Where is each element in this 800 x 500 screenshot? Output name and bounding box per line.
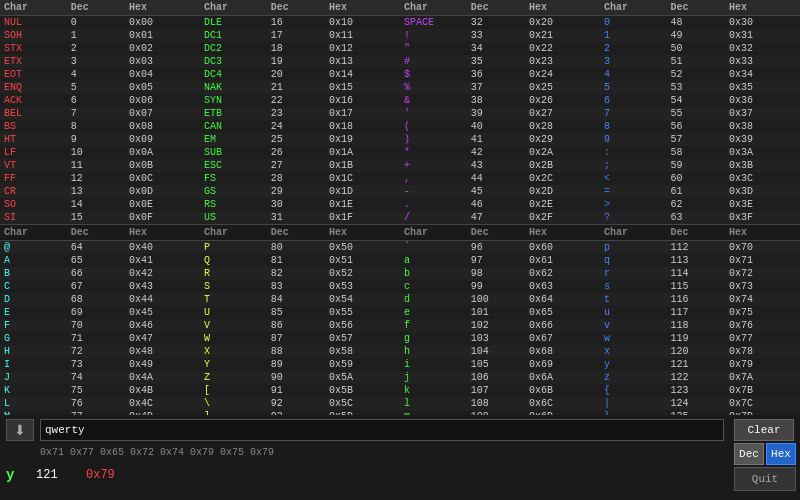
cell-hex: 0x51 <box>325 254 400 267</box>
table-row[interactable]: VT110x0BESC270x1B+430x2B;590x3B <box>0 159 800 172</box>
cell-hex: 0x7B <box>725 384 800 397</box>
clear-button[interactable]: Clear <box>734 419 794 441</box>
cell-dec: 28 <box>267 172 325 185</box>
cell-dec: 36 <box>467 68 525 81</box>
table-row[interactable]: B660x42R820x52b980x62r1140x72 <box>0 267 800 280</box>
table-row[interactable]: SO140x0ERS300x1E.460x2E>620x3E <box>0 198 800 211</box>
cell-hex: 0x6A <box>525 371 600 384</box>
table-row[interactable]: SI150x0FUS310x1F/470x2F?630x3F <box>0 211 800 225</box>
table-row[interactable]: C670x43S830x53c990x63s1150x73 <box>0 280 800 293</box>
dec-result: 121 <box>36 468 76 482</box>
cell-hex: 0x79 <box>725 358 800 371</box>
cell-char: DC3 <box>200 55 267 68</box>
cell-hex: 0x40 <box>125 241 200 255</box>
table-row[interactable]: CR130x0DGS290x1D-450x2D=610x3D <box>0 185 800 198</box>
cell-char: ETB <box>200 107 267 120</box>
cell-char: 1 <box>600 29 667 42</box>
table-row[interactable]: ETX30x03DC3190x13#350x233510x33 <box>0 55 800 68</box>
table-row[interactable]: LF100x0ASUB260x1A*420x2A:580x3A <box>0 146 800 159</box>
cell-char: . <box>400 198 467 211</box>
table-row[interactable]: ENQ50x05NAK210x15%370x255530x35 <box>0 81 800 94</box>
cell-dec: 117 <box>667 306 725 319</box>
cell-dec: 8 <box>67 120 125 133</box>
table-row[interactable]: @640x40P800x50`960x60p1120x70 <box>0 241 800 255</box>
table-row[interactable]: A650x41Q810x51a970x61q1130x71 <box>0 254 800 267</box>
cell-dec: 70 <box>67 319 125 332</box>
cell-dec: 48 <box>667 16 725 30</box>
table-row[interactable]: EOT40x04DC4200x14$360x244520x34 <box>0 68 800 81</box>
cell-dec: 35 <box>467 55 525 68</box>
table-row[interactable]: SOH10x01DC1170x11!330x211490x31 <box>0 29 800 42</box>
table-row[interactable]: ACK60x06SYN220x16&380x266540x36 <box>0 94 800 107</box>
table-row[interactable]: BS80x08CAN240x18(400x288560x38 <box>0 120 800 133</box>
table-row[interactable]: F700x46V860x56f1020x66v1180x76 <box>0 319 800 332</box>
cell-char: y <box>600 358 667 371</box>
table-row[interactable]: D680x44T840x54d1000x64t1160x74 <box>0 293 800 306</box>
table-row[interactable]: STX20x02DC2180x12"340x222500x32 <box>0 42 800 55</box>
cell-hex: 0x28 <box>525 120 600 133</box>
cell-hex: 0x34 <box>725 68 800 81</box>
cell-hex: 0x15 <box>325 81 400 94</box>
cell-hex: 0x67 <box>525 332 600 345</box>
table-row[interactable]: K750x4B[910x5Bk1070x6B{1230x7B <box>0 384 800 397</box>
cell-dec: 83 <box>267 280 325 293</box>
cell-char: SO <box>0 198 67 211</box>
table-row[interactable]: J740x4AZ900x5Aj1060x6Az1220x7A <box>0 371 800 384</box>
table-row[interactable]: H720x48X880x58h1040x68x1200x78 <box>0 345 800 358</box>
cell-hex: 0x14 <box>325 68 400 81</box>
cell-char: 8 <box>600 120 667 133</box>
table-row[interactable]: BEL70x07ETB230x17'390x277550x37 <box>0 107 800 120</box>
cell-hex: 0x2A <box>525 146 600 159</box>
cell-char: { <box>600 384 667 397</box>
text-input[interactable] <box>40 419 724 441</box>
cell-dec: 43 <box>467 159 525 172</box>
quit-button[interactable]: Quit <box>734 467 796 491</box>
cell-char: CR <box>0 185 67 198</box>
cell-dec: 85 <box>267 306 325 319</box>
cell-hex: 0x1E <box>325 198 400 211</box>
table-row[interactable]: HT90x09EM250x19)410x299570x39 <box>0 133 800 146</box>
cell-char: EOT <box>0 68 67 81</box>
cell-dec: 112 <box>667 241 725 255</box>
cell-dec: 51 <box>667 55 725 68</box>
cell-hex: 0x57 <box>325 332 400 345</box>
cell-dec: 24 <box>267 120 325 133</box>
cell-hex: 0x2E <box>525 198 600 211</box>
cell-hex: 0x46 <box>125 319 200 332</box>
cell-char: 5 <box>600 81 667 94</box>
cell-hex: 0x3E <box>725 198 800 211</box>
cell-char: ? <box>600 211 667 225</box>
cell-hex: 0x03 <box>125 55 200 68</box>
table-row[interactable]: I730x49Y890x59i1050x69y1210x79 <box>0 358 800 371</box>
cell-hex: 0x1C <box>325 172 400 185</box>
table-row[interactable]: FF120x0CFS280x1C,440x2C<600x3C <box>0 172 800 185</box>
col-header-char1: Char <box>0 0 67 16</box>
cell-hex: 0x76 <box>725 319 800 332</box>
table-row[interactable]: L760x4C\920x5Cl1080x6C|1240x7C <box>0 397 800 410</box>
table-row[interactable]: NUL00x00DLE160x10SPACE320x200480x30 <box>0 16 800 30</box>
cell-char: i <box>400 358 467 371</box>
cell-dec: 25 <box>267 133 325 146</box>
cell-hex: 0x77 <box>725 332 800 345</box>
cell-hex: 0x6B <box>525 384 600 397</box>
hex-mode-button[interactable]: Hex <box>766 443 796 465</box>
cell-char: s <box>600 280 667 293</box>
cell-dec: 59 <box>667 159 725 172</box>
cell-hex: 0x0A <box>125 146 200 159</box>
cell-char: + <box>400 159 467 172</box>
cell-char: BS <box>0 120 67 133</box>
dec-mode-button[interactable]: Dec <box>734 443 764 465</box>
cell-char: ' <box>400 107 467 120</box>
cell-char: GS <box>200 185 267 198</box>
cell-dec: 44 <box>467 172 525 185</box>
table-row[interactable]: E690x45U850x55e1010x65u1170x75 <box>0 306 800 319</box>
cell-hex: 0x32 <box>725 42 800 55</box>
cell-dec: 1 <box>67 29 125 42</box>
cell-dec: 10 <box>67 146 125 159</box>
cell-char: RS <box>200 198 267 211</box>
download-button[interactable]: ⬇ <box>6 419 34 441</box>
cell-dec: 13 <box>67 185 125 198</box>
cell-char: CAN <box>200 120 267 133</box>
table-row[interactable]: G710x47W870x57g1030x67w1190x77 <box>0 332 800 345</box>
cell-dec: 121 <box>667 358 725 371</box>
